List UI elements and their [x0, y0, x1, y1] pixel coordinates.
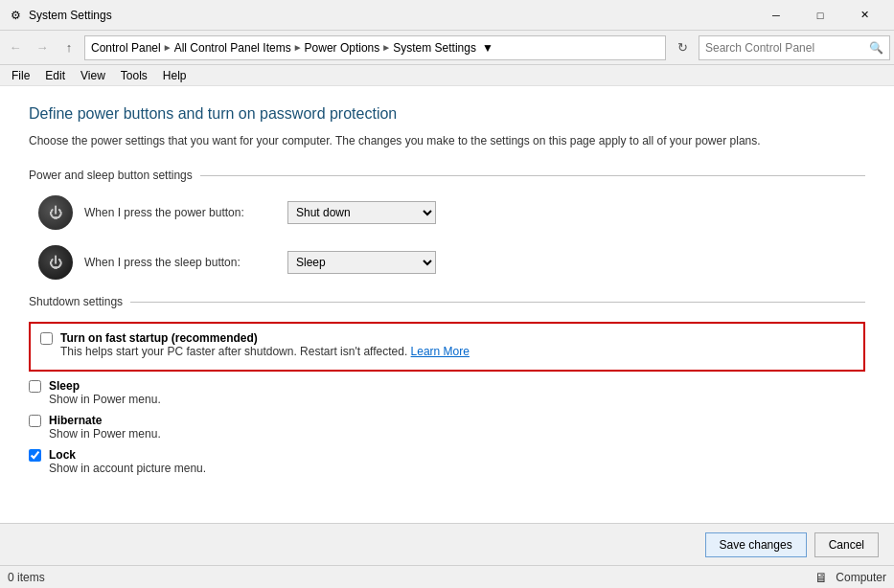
breadcrumb-all-items[interactable]: All Control Panel Items	[174, 41, 291, 55]
power-section-header: Power and sleep button settings	[29, 169, 865, 182]
computer-label: Computer	[836, 571, 886, 584]
up-button[interactable]: ↑	[57, 36, 80, 59]
close-button[interactable]: ✕	[842, 0, 886, 31]
hibernate-checkbox[interactable]	[29, 415, 41, 427]
lock-label: Lock	[49, 448, 206, 462]
breadcrumb-control-panel[interactable]: Control Panel	[91, 41, 161, 55]
window-title: System Settings	[29, 9, 754, 22]
fast-startup-box: Turn on fast startup (recommended) This …	[29, 322, 865, 372]
items-count: 0 items	[8, 571, 45, 584]
sleep-row: Sleep Show in Power menu.	[29, 379, 865, 406]
footer-bar: Save changes Cancel	[0, 523, 894, 565]
back-button[interactable]: ←	[4, 36, 27, 59]
page-description: Choose the power settings that you want …	[29, 132, 865, 149]
fast-startup-checkbox[interactable]	[40, 332, 53, 345]
search-box: 🔍	[699, 35, 890, 60]
fast-startup-row: Turn on fast startup (recommended) This …	[40, 331, 854, 358]
forward-button[interactable]: →	[31, 36, 54, 59]
sleep-button-row: When I press the sleep button: Sleep Do …	[29, 245, 865, 280]
menu-edit[interactable]: Edit	[37, 67, 73, 84]
menu-file[interactable]: File	[4, 67, 37, 84]
computer-icon: 🖥	[814, 570, 828, 585]
lock-checkbox[interactable]	[29, 449, 41, 462]
menu-view[interactable]: View	[73, 67, 113, 84]
breadcrumb-power-options[interactable]: Power Options	[305, 41, 380, 55]
shutdown-section: Shutdown settings Turn on fast startup (…	[29, 295, 865, 475]
sleep-checkbox[interactable]	[29, 380, 41, 393]
menu-tools[interactable]: Tools	[113, 67, 155, 84]
refresh-button[interactable]: ↻	[670, 35, 695, 60]
breadcrumb-system-settings[interactable]: System Settings	[393, 41, 476, 55]
menu-help[interactable]: Help	[155, 67, 195, 84]
power-button-label: When I press the power button:	[84, 206, 276, 219]
maximize-button[interactable]: □	[798, 0, 842, 31]
window-controls: ─ □ ✕	[754, 0, 886, 31]
power-button-select[interactable]: Shut down Do nothing Sleep Hibernate Tur…	[287, 201, 436, 224]
save-changes-button[interactable]: Save changes	[705, 532, 807, 557]
window-icon: ⚙	[8, 8, 23, 23]
hibernate-sublabel: Show in Power menu.	[49, 427, 161, 441]
hibernate-row: Hibernate Show in Power menu.	[29, 414, 865, 441]
sleep-sublabel: Show in Power menu.	[49, 393, 161, 406]
hibernate-label: Hibernate	[49, 414, 161, 427]
status-bar: 0 items 🖥 Computer	[0, 565, 894, 588]
breadcrumb-bar: Control Panel ► All Control Panel Items …	[84, 35, 666, 60]
minimize-button[interactable]: ─	[754, 0, 798, 31]
lock-row: Lock Show in account picture menu.	[29, 448, 865, 475]
breadcrumb-dropdown[interactable]: ▼	[480, 36, 495, 59]
address-bar: ← → ↑ Control Panel ► All Control Panel …	[0, 31, 894, 65]
shutdown-section-header: Shutdown settings	[29, 295, 865, 308]
sleep-button-label: When I press the sleep button:	[84, 256, 276, 269]
main-content: Define power buttons and turn on passwor…	[0, 86, 894, 523]
menu-bar: File Edit View Tools Help	[0, 65, 894, 86]
search-input[interactable]	[705, 41, 869, 55]
lock-sublabel: Show in account picture menu.	[49, 462, 206, 475]
fast-startup-sublabel: This helps start your PC faster after sh…	[60, 345, 470, 358]
sleep-icon	[38, 245, 73, 280]
power-button-row: When I press the power button: Shut down…	[29, 195, 865, 230]
learn-more-link[interactable]: Learn More	[411, 345, 470, 358]
title-bar: ⚙ System Settings ─ □ ✕	[0, 0, 894, 31]
computer-status: 🖥 Computer	[814, 570, 886, 585]
page-title: Define power buttons and turn on passwor…	[29, 105, 865, 123]
sleep-button-select[interactable]: Sleep Do nothing Hibernate Shut down	[287, 251, 436, 274]
cancel-button[interactable]: Cancel	[814, 532, 879, 557]
sleep-label: Sleep	[49, 379, 161, 393]
power-icon	[38, 195, 73, 230]
search-icon[interactable]: 🔍	[869, 41, 883, 55]
fast-startup-label: Turn on fast startup (recommended)	[60, 331, 470, 345]
